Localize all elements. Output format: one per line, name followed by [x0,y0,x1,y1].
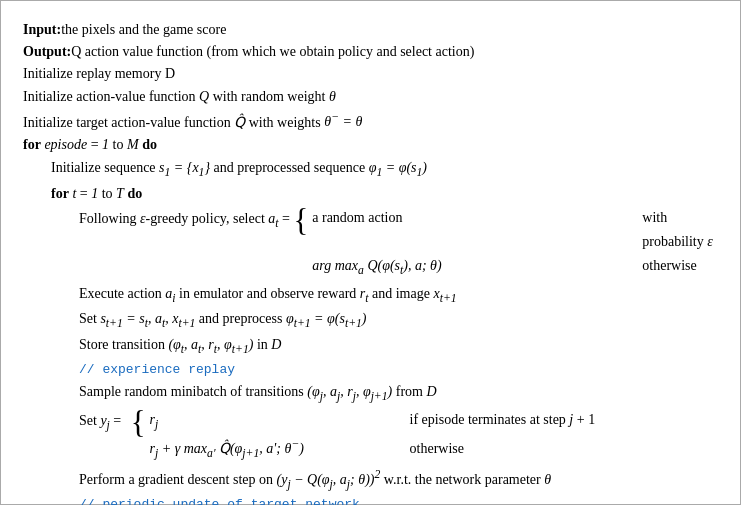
yj-cases-col: rj if episode terminates at step j + 1 r… [150,408,596,464]
case-random: a random action with probability ε [312,206,718,254]
set-yj-prefix: Set yj = [79,408,125,435]
yj-case2-text: rj + γ maxa' Q̂(φj+1, a'; θ−) [150,435,410,464]
case-greedy-text: arg maxa Q(φ(st), a; θ) [312,254,612,281]
init-target-line: Initialize target action-value function … [23,109,718,133]
for-episode-line: for episode = 1 to M do [23,134,718,156]
store-line: Store transition (φt, at, rt, φt+1) in D [23,334,718,359]
case-greedy-cond: otherwise [642,254,696,278]
comment-replay: // experience replay [23,360,718,380]
yj-case1-cond: if episode terminates at step j + 1 [410,408,596,432]
output-text: Q action value function (from which we o… [71,41,474,63]
input-line: Input: the pixels and the game score [23,19,718,41]
yj-case2: rj + γ maxa' Q̂(φj+1, a'; θ−) otherwise [150,435,596,464]
action-cases: a random action with probability ε arg m… [312,206,718,280]
algorithm-box: Input: the pixels and the game score Out… [0,0,741,505]
output-label: Output: [23,41,71,63]
init-q-line: Initialize action-value function Q with … [23,86,718,108]
set-s-line: Set st+1 = st, at, xt+1 and preprocess φ… [23,308,718,333]
set-yj-block: Set yj = { rj if episode terminates at s… [23,408,718,464]
yj-case1-text: rj [150,408,410,435]
left-brace: { [293,206,308,237]
execute-line: Execute action ai in emulator and observ… [23,283,718,308]
sample-line: Sample random minibatch of transitions (… [23,381,718,406]
comment-periodic: // periodic update of target network [23,495,718,505]
yj-case2-cond: otherwise [410,437,464,461]
gradient-line: Perform a gradient descent step on (yj −… [23,466,718,494]
yj-left-brace: { [131,408,146,439]
init-replay-line: Initialize replay memory D [23,63,718,85]
input-label: Input: [23,19,61,41]
select-action-block: Following ε-greedy policy, select at = {… [23,206,718,280]
input-text: the pixels and the game score [61,19,226,41]
select-prefix: Following ε-greedy policy, select at = [79,206,293,233]
yj-case1: rj if episode terminates at step j + 1 [150,408,596,435]
for-t-line: for t = 1 to T do [23,183,718,205]
output-line: Output: Q action value function (from wh… [23,41,718,63]
case-random-cond: with probability ε [642,206,718,254]
init-seq-line: Initialize sequence s1 = {x1} and prepro… [23,157,718,182]
case-greedy: arg maxa Q(φ(st), a; θ) otherwise [312,254,718,281]
case-random-text: a random action [312,206,612,230]
